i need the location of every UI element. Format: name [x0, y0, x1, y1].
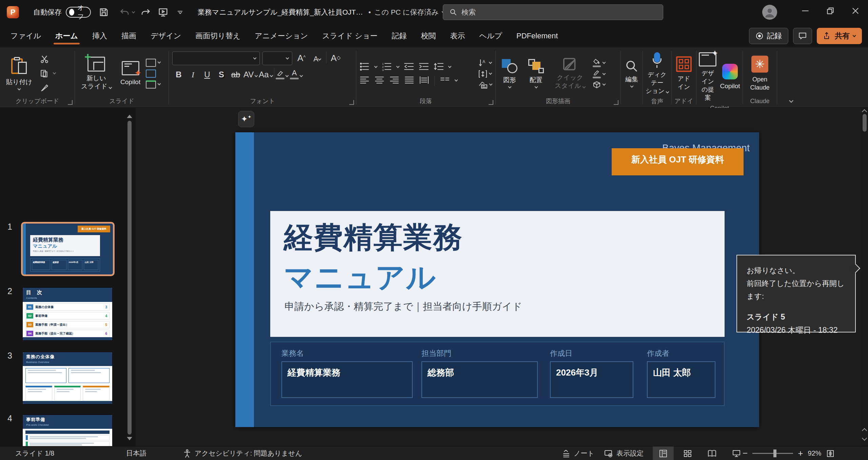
chevron-down-icon[interactable]	[455, 78, 458, 82]
zoom-level[interactable]: 92%	[808, 449, 821, 457]
tab-pdfelement[interactable]: PDFelement	[509, 27, 565, 45]
shapes-button[interactable]: 図形	[498, 58, 521, 89]
design-ideas-button[interactable]: ✦ デザイン の提案	[699, 51, 716, 103]
next-slide-icon[interactable]	[862, 436, 867, 441]
display-settings-button[interactable]: 表示設定	[604, 446, 644, 460]
editing-button[interactable]: 編集	[625, 58, 639, 89]
align-text-button[interactable]	[478, 70, 492, 78]
fit-to-window-icon[interactable]	[826, 449, 835, 458]
tab-record[interactable]: 記録	[385, 26, 414, 46]
slide-thumbnail-2[interactable]: 目 次 Contents 01業務の全体像3 02事前準備4 03業務手順（申請…	[23, 288, 112, 340]
tab-draw[interactable]: 描画	[114, 26, 143, 46]
align-right-button[interactable]	[390, 76, 399, 85]
scroll-up-icon[interactable]	[127, 115, 132, 118]
slide-canvas[interactable]: Bayes Management 新入社員 OJT 研修資料 経費精算業務 マニ…	[235, 132, 759, 427]
undo-button[interactable]	[117, 5, 132, 20]
tab-home[interactable]: ホーム	[48, 26, 85, 46]
scrollbar-thumb[interactable]	[127, 121, 132, 435]
line-spacing-button[interactable]	[434, 62, 444, 72]
format-painter-button[interactable]	[38, 82, 51, 94]
convert-smartart-button[interactable]	[478, 81, 492, 89]
decrease-indent-button[interactable]	[404, 62, 414, 72]
copilot-button[interactable]: Copilot	[720, 62, 740, 92]
dictation-button[interactable]: ディクテー ション	[646, 51, 669, 96]
close-button[interactable]	[843, 0, 868, 22]
grow-font-button[interactable]: A^	[295, 52, 308, 65]
language-indicator[interactable]: 日本語	[126, 446, 146, 460]
tab-insert[interactable]: 挿入	[85, 26, 114, 46]
zoom-in-button[interactable]: +	[798, 448, 803, 459]
search-input[interactable]	[461, 8, 645, 16]
previous-slide-icon[interactable]	[862, 428, 867, 434]
clear-formatting-button[interactable]: A◇	[329, 52, 342, 65]
designer-sparkle-button[interactable]: ✦✦	[238, 111, 254, 127]
save-button[interactable]	[96, 5, 111, 20]
underline-button[interactable]: U	[201, 68, 214, 81]
slide-thumbnail-3[interactable]: 業務の全体像 Business Overview	[23, 352, 112, 404]
autosave-toggle[interactable]: オフ	[66, 7, 91, 18]
editor-scrollbar[interactable]	[861, 108, 868, 446]
comments-button[interactable]	[793, 28, 812, 44]
record-button[interactable]: 記録	[749, 28, 788, 44]
slide-sorter-view-button[interactable]	[677, 446, 698, 460]
zoom-slider[interactable]	[752, 453, 793, 454]
tab-help[interactable]: ヘルプ	[472, 26, 510, 46]
zoom-slider-knob[interactable]	[773, 449, 776, 457]
tab-design[interactable]: デザイン	[143, 26, 188, 46]
highlight-color-button[interactable]	[276, 68, 289, 81]
start-slideshow-button[interactable]	[156, 5, 171, 20]
search-bar[interactable]	[443, 4, 663, 20]
font-dialog-launcher[interactable]	[349, 100, 354, 105]
copilot-slide-button[interactable]: ✦ Copilot	[117, 60, 144, 88]
account-avatar[interactable]	[762, 5, 777, 20]
redo-button[interactable]	[138, 5, 153, 20]
bold-button[interactable]: B	[172, 68, 185, 81]
font-color-button[interactable]: A	[290, 68, 303, 81]
open-claude-button[interactable]: ✳ Open Claude	[750, 54, 769, 93]
maximize-restore-button[interactable]	[818, 0, 843, 22]
resume-reading-tooltip[interactable]: お帰りなさい。 前回終了した位置から再開します: スライド 5 2026/03/…	[736, 255, 856, 332]
tab-transitions[interactable]: 画面切り替え	[188, 26, 248, 46]
document-title[interactable]: 業務マニュアルサンプル_経費精算_新入社員OJT…	[198, 7, 363, 17]
info-panel[interactable]: 業務名 経費精算業務 担当部門 総務部 作成日 2026年3月 作成者 山田 太…	[270, 342, 725, 406]
increase-indent-button[interactable]	[419, 62, 429, 72]
minimize-button[interactable]	[793, 0, 818, 22]
quick-access-customize-button[interactable]	[173, 5, 188, 20]
slide-layout-button[interactable]	[146, 59, 160, 67]
chevron-down-icon[interactable]	[53, 71, 56, 75]
copy-button[interactable]	[38, 68, 51, 80]
slide-counter[interactable]: スライド 1/8	[15, 446, 54, 460]
zoom-out-button[interactable]: −	[743, 448, 748, 459]
collapse-ribbon-chevron-icon[interactable]	[789, 98, 793, 103]
share-button[interactable]: 共有	[817, 28, 862, 44]
italic-button[interactable]: I	[186, 68, 199, 81]
paragraph-dialog-launcher[interactable]	[489, 100, 493, 105]
align-center-button[interactable]	[375, 76, 384, 85]
change-case-button[interactable]: Aa	[259, 68, 272, 81]
drawing-dialog-launcher[interactable]	[614, 100, 618, 105]
tab-slideshow[interactable]: スライド ショー	[315, 26, 384, 46]
columns-button[interactable]	[440, 76, 450, 85]
section-button[interactable]	[146, 80, 160, 89]
bullets-button[interactable]	[360, 62, 370, 72]
chevron-down-icon[interactable]	[396, 65, 400, 68]
justify-button[interactable]	[405, 76, 414, 85]
thumbnail-scrollbar[interactable]	[127, 115, 132, 440]
text-direction-button[interactable]: A	[478, 59, 492, 67]
character-spacing-button[interactable]: AV	[243, 68, 257, 81]
strikethrough-button[interactable]: ab	[229, 68, 242, 81]
scrollbar-thumb[interactable]	[863, 114, 867, 132]
new-slide-button[interactable]: + 新しい スライド	[78, 55, 115, 92]
slide-thumbnail-1[interactable]: 新入社員 OJT 研修資料 経費精算業務 マニュアル 申請から承認・精算完了まで…	[21, 222, 115, 276]
reading-view-button[interactable]	[702, 446, 723, 460]
shrink-font-button[interactable]: A	[311, 52, 323, 65]
shape-outline-button[interactable]	[593, 70, 605, 78]
tab-view[interactable]: 表示	[443, 26, 472, 46]
font-size-combobox[interactable]	[262, 52, 292, 65]
shape-effects-button[interactable]	[593, 81, 605, 89]
clipboard-dialog-launcher[interactable]	[68, 100, 73, 105]
font-name-combobox[interactable]	[172, 52, 260, 65]
text-shadow-button[interactable]: S	[215, 68, 228, 81]
tab-animations[interactable]: アニメーション	[248, 26, 315, 46]
tab-file[interactable]: ファイル	[3, 26, 48, 46]
